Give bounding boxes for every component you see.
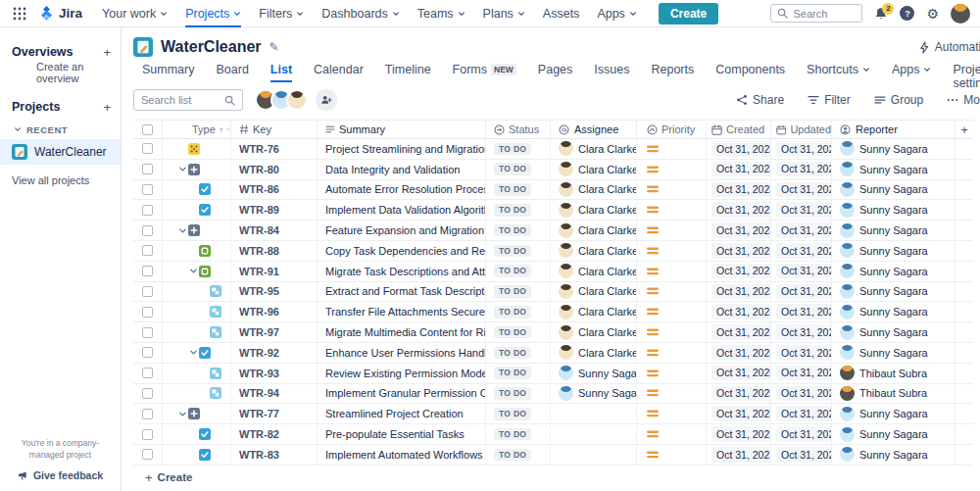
give-feedback-button[interactable]: Give feedback — [0, 469, 121, 481]
issue-assignee-cell[interactable]: Clara Clarke — [551, 322, 637, 342]
issue-key[interactable]: WTR-77 — [231, 404, 318, 423]
issue-summary[interactable]: Implement Data Validation Algorithms — [318, 200, 486, 220]
issue-priority-cell[interactable] — [637, 180, 707, 200]
table-row[interactable]: WTR-86Automate Error Resolution ProcessT… — [133, 180, 973, 201]
app-switcher-icon[interactable] — [8, 3, 31, 25]
issue-created-cell[interactable]: Oct 31, 2023 — [707, 364, 771, 383]
issue-updated-cell[interactable]: Oct 31, 2023 — [771, 302, 832, 321]
issue-status-cell[interactable]: TO DO — [486, 200, 551, 220]
row-checkbox[interactable] — [142, 327, 153, 338]
issue-assignee-cell[interactable]: Sunny Sagara — [551, 384, 637, 404]
issue-assignee-cell[interactable]: Clara Clarke — [551, 241, 637, 261]
row-checkbox[interactable] — [142, 409, 153, 419]
issue-assignee-cell[interactable]: Clara Clarke — [551, 139, 637, 159]
issue-updated-cell[interactable]: Oct 31, 2023 — [771, 343, 832, 363]
issue-updated-cell[interactable]: Oct 31, 2023 — [771, 322, 832, 342]
issue-key[interactable]: WTR-95 — [231, 282, 318, 302]
row-checkbox[interactable] — [142, 143, 153, 154]
issue-updated-cell[interactable]: Oct 31, 2023 — [771, 445, 832, 465]
issue-assignee-cell[interactable]: Clara Clarke — [551, 343, 637, 363]
tab-shortcuts[interactable]: Shortcuts — [798, 61, 879, 82]
tab-apps[interactable]: Apps — [883, 61, 941, 82]
issue-status-cell[interactable]: TO DO — [486, 262, 551, 281]
issue-type-cell[interactable] — [163, 282, 231, 302]
issue-priority-cell[interactable] — [637, 322, 707, 342]
issue-type-cell[interactable] — [163, 424, 231, 444]
notifications-button[interactable]: 2 — [874, 7, 888, 21]
edit-title-icon[interactable]: ✎ — [270, 40, 279, 54]
issue-reporter-cell[interactable]: Sunny Sagara — [832, 221, 956, 240]
issue-summary[interactable]: Data Integrity and Validation — [318, 160, 486, 179]
nav-apps[interactable]: Apps — [589, 0, 645, 27]
status-badge[interactable]: TO DO — [494, 367, 531, 379]
issue-key[interactable]: WTR-89 — [231, 200, 318, 220]
table-row[interactable]: WTR-77Streamlined Project CreationTO DOO… — [133, 404, 973, 424]
expand-chevron-icon[interactable] — [187, 267, 199, 275]
issue-assignee-cell[interactable] — [551, 404, 637, 423]
issue-key[interactable]: WTR-84 — [231, 221, 318, 240]
issue-status-cell[interactable]: TO DO — [486, 160, 551, 179]
issue-status-cell[interactable]: TO DO — [486, 343, 551, 363]
issue-assignee-cell[interactable]: Clara Clarke — [551, 262, 637, 281]
status-badge[interactable]: TO DO — [494, 408, 531, 420]
issue-summary[interactable]: Feature Expansion and Migration — [318, 221, 486, 240]
column-header-status[interactable]: Status — [486, 121, 551, 138]
issue-key[interactable]: WTR-88 — [231, 241, 318, 261]
tab-pages[interactable]: Pages — [529, 61, 581, 82]
issue-reporter-cell[interactable]: Sunny Sagara — [832, 424, 956, 444]
expand-chevron-icon[interactable] — [176, 410, 188, 418]
list-search-input[interactable] — [141, 94, 220, 106]
nav-teams[interactable]: Teams — [410, 0, 473, 27]
issue-summary[interactable]: Copy Task Dependencies and Relationships — [318, 241, 486, 261]
status-badge[interactable]: TO DO — [494, 306, 531, 319]
status-badge[interactable]: TO DO — [494, 347, 531, 360]
issue-summary[interactable]: Pre-populate Essential Tasks — [318, 424, 486, 444]
issue-status-cell[interactable]: TO DO — [486, 139, 551, 159]
issue-updated-cell[interactable]: Oct 31, 2023 — [771, 139, 832, 159]
table-row[interactable]: WTR-94Implement Granular Permission Cont… — [133, 384, 973, 405]
issue-reporter-cell[interactable]: Sunny Sagara — [832, 404, 956, 423]
issue-type-cell[interactable] — [163, 404, 231, 423]
expand-chevron-icon[interactable] — [176, 226, 188, 235]
issue-reporter-cell[interactable]: Sunny Sagara — [832, 302, 956, 321]
issue-priority-cell[interactable] — [637, 282, 707, 302]
table-row[interactable]: WTR-80Data Integrity and ValidationTO DO… — [133, 160, 973, 180]
issue-summary[interactable]: Extract and Format Task Descriptions — [318, 282, 486, 302]
row-checkbox[interactable] — [142, 429, 153, 440]
issue-priority-cell[interactable] — [637, 160, 707, 179]
table-row[interactable]: WTR-89Implement Data Validation Algorith… — [133, 200, 973, 221]
column-header-type[interactable]: Type — [163, 121, 231, 138]
issue-priority-cell[interactable] — [637, 404, 707, 423]
issue-type-cell[interactable] — [163, 364, 231, 383]
tab-reports[interactable]: Reports — [642, 61, 703, 82]
global-search[interactable] — [770, 4, 862, 23]
column-header-summary[interactable]: Summary — [318, 121, 486, 138]
automation-button[interactable]: Automation — [919, 40, 980, 54]
add-column-button[interactable]: + — [956, 121, 973, 138]
issue-key[interactable]: WTR-82 — [231, 424, 318, 444]
issue-summary[interactable]: Streamlined Project Creation — [318, 404, 486, 423]
issue-updated-cell[interactable]: Oct 31, 2023 — [771, 282, 832, 302]
issue-created-cell[interactable]: Oct 31, 2023 — [707, 160, 771, 179]
issue-created-cell[interactable]: Oct 31, 2023 — [707, 424, 771, 444]
issue-reporter-cell[interactable]: Thibaut Subra — [832, 384, 956, 404]
issue-priority-cell[interactable] — [637, 262, 707, 281]
issue-created-cell[interactable]: Oct 31, 2023 — [707, 180, 771, 200]
status-badge[interactable]: TO DO — [494, 449, 531, 462]
table-row[interactable]: WTR-76Project Streamlining and Migration… — [133, 139, 973, 160]
tab-issues[interactable]: Issues — [585, 61, 638, 82]
issue-created-cell[interactable]: Oct 31, 2023 — [707, 139, 771, 159]
issue-priority-cell[interactable] — [637, 241, 707, 261]
table-row[interactable]: WTR-95Extract and Format Task Descriptio… — [133, 282, 973, 303]
status-badge[interactable]: TO DO — [494, 183, 531, 196]
issue-assignee-cell[interactable]: Clara Clarke — [551, 200, 637, 220]
row-checkbox[interactable] — [142, 205, 153, 216]
issue-status-cell[interactable]: TO DO — [486, 445, 551, 465]
tab-project-settings[interactable]: Project settings — [944, 61, 980, 96]
issue-reporter-cell[interactable]: Thibaut Subra — [832, 364, 956, 383]
settings-gear-button[interactable]: ⚙ — [926, 7, 939, 21]
share-button[interactable]: Share — [736, 93, 784, 107]
issue-status-cell[interactable]: TO DO — [486, 221, 551, 240]
nav-filters[interactable]: Filters — [251, 0, 312, 27]
issue-status-cell[interactable]: TO DO — [486, 384, 551, 404]
